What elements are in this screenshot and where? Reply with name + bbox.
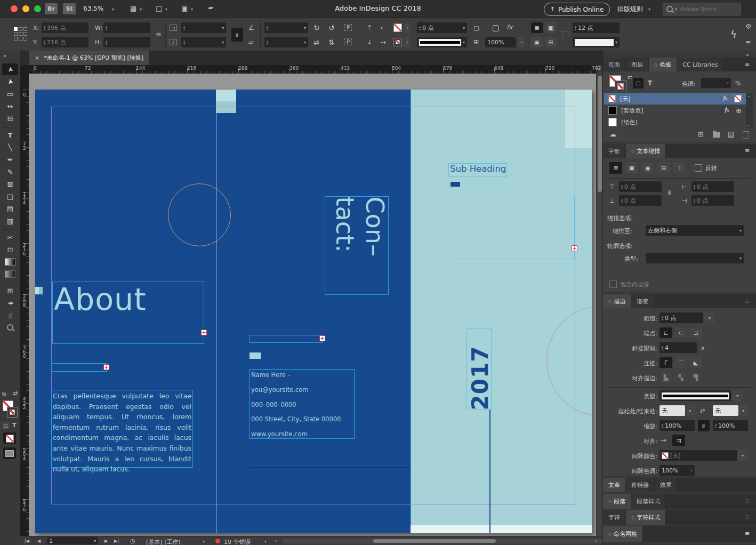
preflight-icon[interactable]: ◷	[130, 538, 135, 544]
stock-search-input[interactable]	[679, 5, 727, 13]
swap-start-end-icon[interactable]: ⇄	[700, 407, 705, 414]
hand-tool[interactable]: ☝	[2, 309, 18, 321]
empty-text-frame-2[interactable]	[250, 335, 323, 343]
small-filled-rect[interactable]	[250, 352, 261, 359]
stroke-style-field[interactable]: ▾	[417, 37, 467, 47]
offset-bottom-field[interactable]: ▴▾0 点	[619, 195, 662, 206]
pencil-tool[interactable]: ✎	[2, 166, 18, 178]
y-field[interactable]: ▴▾216 点	[42, 37, 89, 47]
swatch-row-none[interactable]: [无] ✎	[604, 93, 746, 105]
shear-field[interactable]: ▴▾▾	[264, 37, 308, 47]
fill-expander-button[interactable]: ›	[404, 22, 411, 33]
wrap-jump-column-mode-button[interactable]: ⊤	[673, 162, 686, 174]
stock-search-box[interactable]: ▾	[663, 3, 741, 15]
horizontal-rule[interactable]	[250, 467, 409, 468]
select-parent-icon[interactable]: ⇡	[367, 24, 372, 31]
start-dropdown-button[interactable]: ▾	[685, 405, 695, 416]
scale-end-field[interactable]: ▴▾100%	[713, 420, 748, 431]
eyedropper-tool[interactable]: ✒	[2, 297, 18, 309]
traffic-close-button[interactable]	[11, 5, 18, 12]
swatch-row-registration[interactable]: [套版色] ✎ ⊕	[604, 105, 746, 116]
year-rotated-frame[interactable]: 2017	[467, 328, 492, 410]
fx-icon[interactable]: fx	[506, 23, 512, 31]
traffic-minimize-button[interactable]	[22, 5, 29, 12]
gpu-performance-icon[interactable]: ϟ	[730, 29, 737, 40]
arrange-documents-icon[interactable]: ▣	[181, 4, 188, 12]
tab-layers[interactable]: 图层	[626, 58, 649, 71]
tab-paragraph[interactable]: ◇段落	[603, 494, 631, 509]
empty-text-frame-1[interactable]	[51, 363, 107, 372]
last-page-button[interactable]: ▶|	[114, 539, 119, 543]
apply-gradient-button[interactable]	[3, 447, 16, 459]
circle-shape-left[interactable]	[168, 183, 231, 246]
zoom-tool[interactable]	[2, 322, 18, 333]
wrap-object-shape-mode-button[interactable]: ◉	[641, 162, 654, 174]
content-collector-tool[interactable]: ⊟	[2, 113, 18, 124]
swatches-swap-icon[interactable]: ⇄	[628, 74, 632, 80]
horizontal-ruler[interactable]: 072144216288360432504576648720792	[29, 65, 596, 74]
contact-rotated-frame[interactable]: Con– tact:	[325, 196, 389, 295]
free-transform-tool[interactable]: ⊡	[2, 244, 18, 255]
contact-info-frame[interactable]: Name Here – you@yoursite.com 000–000–000…	[250, 369, 355, 439]
offset-left-field[interactable]: ▴▾0 点	[691, 181, 734, 192]
stroke-weight-dropdown-button[interactable]: ▾	[704, 312, 715, 323]
miter-limit-field[interactable]: ▴▾4	[660, 342, 697, 353]
frame-tool[interactable]: ⊠	[2, 178, 18, 190]
about-text-frame[interactable]: About	[52, 282, 204, 344]
stroke-swatch-none[interactable]	[393, 38, 402, 46]
tab-paragraph-styles[interactable]: 段落样式	[631, 494, 666, 509]
error-chevron-icon[interactable]: ▾	[264, 539, 267, 544]
swap-fill-stroke-icon[interactable]: ⇄	[13, 390, 18, 397]
tab-pages[interactable]: 页面	[603, 58, 626, 71]
vertical-scrollbar-thumb[interactable]	[598, 76, 602, 192]
line-tool[interactable]: ╲	[2, 141, 18, 153]
stroke-weight-field[interactable]: ▴▾0 点▾	[417, 22, 467, 33]
wrap-to-select[interactable]: 左侧和右侧▾	[646, 225, 744, 236]
scroll-right-icon[interactable]: ›	[595, 538, 597, 543]
small-top-rect-2[interactable]	[216, 101, 236, 113]
end-select[interactable]: 无	[713, 405, 738, 416]
zoom-level-value[interactable]: 63.5%	[83, 5, 103, 12]
dock-collapse-icon[interactable]: »	[746, 52, 749, 58]
gap-tint-field[interactable]: 100%›	[660, 465, 695, 476]
flip-horizontal-icon[interactable]: ⇄	[313, 38, 319, 46]
overflow-marker[interactable]: +	[319, 335, 325, 341]
layout-rules-menu[interactable]: 排版规则	[617, 5, 643, 14]
arrange-documents-chevron-icon[interactable]: ▾	[191, 7, 193, 12]
transparency-grid-icon[interactable]: ⊞	[473, 38, 479, 46]
tab-named-grids[interactable]: ◇命名网格	[603, 526, 643, 542]
document-tab-close-icon[interactable]: ×	[35, 54, 39, 61]
constrain-proportions-broken-icon[interactable]: ∞	[156, 30, 162, 38]
h-field[interactable]: ▴▾	[103, 37, 150, 47]
page-number-field[interactable]: 1▾	[47, 537, 98, 544]
new-group-folder-icon[interactable]	[713, 132, 720, 138]
scale-start-field[interactable]: ▴▾100%	[660, 420, 695, 431]
type-tool[interactable]: T	[2, 129, 18, 141]
formatting-affects-text-button[interactable]: T	[12, 422, 17, 429]
gap-color-select[interactable]: [无]	[660, 450, 737, 461]
screen-mode-icon[interactable]: □	[156, 4, 162, 12]
wrap-bounding-box-button[interactable]: ▣	[545, 22, 557, 33]
gradient-feather-tool[interactable]	[2, 268, 18, 280]
wrap-jump-object-mode-button[interactable]: ⊟	[657, 162, 670, 174]
vertical-rule[interactable]	[489, 410, 490, 533]
tab-glyphs[interactable]: 字形	[603, 144, 626, 158]
wrap-object-shape-button[interactable]: ◉	[531, 37, 543, 47]
view-options-chevron-icon[interactable]: ▾	[140, 7, 142, 12]
page[interactable]: About + + Cras pellentesque vulputate le…	[35, 90, 592, 533]
overflow-marker[interactable]: +	[572, 245, 577, 251]
tab-story[interactable]: 文章	[603, 478, 626, 492]
horizontal-grid-tool[interactable]: ▤	[2, 203, 18, 214]
gear-icon[interactable]: ⚙	[745, 22, 752, 30]
rotate-cw-icon[interactable]: ↻	[313, 23, 320, 32]
gradient-swatch-tool[interactable]	[2, 256, 18, 268]
first-page-button[interactable]: |◀	[25, 539, 29, 543]
wrap-none-mode-button[interactable]: ≣	[609, 162, 622, 174]
offset-right-field[interactable]: ▴▾0 点	[691, 195, 734, 206]
preflight-profile[interactable]: [基本] (工作)	[146, 538, 181, 545]
horizontal-scrollbar[interactable]	[283, 539, 609, 543]
stroke-weight-panel-field[interactable]: ▴▾0 点	[660, 312, 703, 323]
tab-effects[interactable]: 效果	[655, 478, 678, 492]
miter-join-button[interactable]: Γ	[660, 357, 672, 368]
publish-online-button[interactable]: ↑ Publish Online	[544, 3, 610, 16]
